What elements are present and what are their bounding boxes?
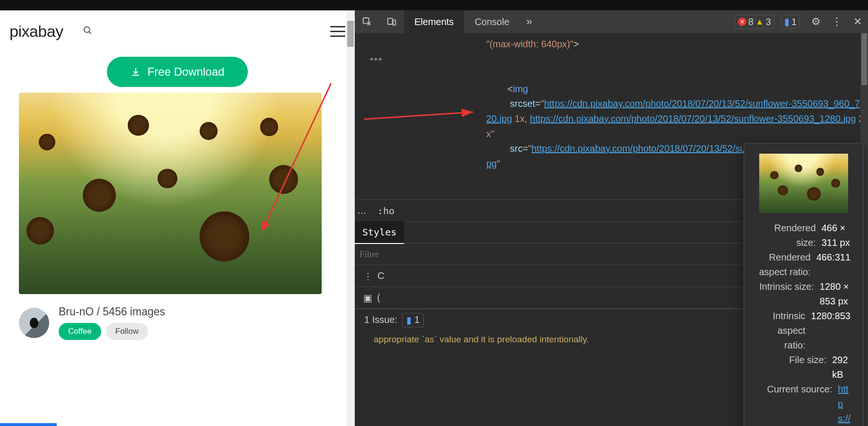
free-download-button[interactable]: Free Download	[107, 57, 248, 87]
issue-icon: ▮	[784, 16, 789, 27]
download-icon	[131, 67, 141, 77]
collapsed-node-icon[interactable]: •••	[368, 52, 864, 67]
device-toggle-icon[interactable]	[379, 10, 404, 33]
gear-icon[interactable]: ⚙	[806, 10, 826, 33]
styles-filter-input[interactable]	[359, 249, 397, 260]
animation-fragment: (	[377, 292, 380, 303]
error-icon: ✕	[738, 17, 746, 26]
tabs-overflow-icon[interactable]: »	[520, 10, 539, 33]
rendered-aspect-ratio: 466:311	[816, 250, 850, 279]
error-warning-badge[interactable]: ✕8 ▲3	[735, 15, 774, 29]
devtools-panel: Elements Console » ✕8 ▲3 ▮1 ⚙ ⋮ ✕ "(max-…	[355, 10, 868, 426]
breadcrumb-overflow-icon[interactable]: …	[355, 205, 370, 216]
close-icon[interactable]: ✕	[847, 10, 868, 33]
page-scrollbar[interactable]	[346, 10, 355, 426]
rendered-page: pixabay Free Download	[0, 10, 355, 426]
devtools-toolbar: Elements Console » ✕8 ▲3 ▮1 ⚙ ⋮ ✕	[355, 10, 868, 33]
site-header: pixabay	[0, 10, 355, 52]
svg-point-0	[84, 26, 89, 32]
author-avatar[interactable]	[19, 308, 49, 338]
current-source-url[interactable]: https://cdn.pixabay.com/photo/2018/07/20…	[838, 382, 850, 426]
css-rule-menu-icon[interactable]: ⋮	[359, 270, 377, 282]
intrinsic-size: 1280 × 853 px	[820, 279, 850, 309]
main-photo[interactable]	[19, 93, 322, 294]
author-name[interactable]: Bru-nO / 5456 images	[59, 305, 165, 318]
download-button-label: Free Download	[148, 65, 225, 78]
issue-icon: ▮	[406, 314, 412, 326]
tooltip-thumbnail	[759, 154, 848, 213]
author-row: Bru-nO / 5456 images Coffee Follow	[0, 294, 355, 345]
more-icon[interactable]: ⋮	[826, 10, 847, 33]
pixabay-logo[interactable]: pixabay	[9, 22, 63, 41]
tab-elements[interactable]: Elements	[404, 10, 464, 33]
search-icon[interactable]	[82, 25, 93, 38]
hov-fragment: :ho	[370, 200, 402, 222]
file-size: 292 kB	[832, 353, 850, 382]
coffee-button[interactable]: Coffee	[59, 323, 101, 340]
animation-play-icon[interactable]: ▣	[359, 292, 377, 304]
intrinsic-aspect-ratio: 1280:853	[811, 309, 850, 353]
follow-button[interactable]: Follow	[106, 323, 148, 340]
issues-badge[interactable]: ▮1	[781, 15, 800, 29]
image-hover-tooltip: Rendered size:466 × 311 px Rendered aspe…	[744, 143, 863, 426]
tab-styles[interactable]: Styles	[355, 221, 404, 244]
tab-console[interactable]: Console	[464, 10, 519, 33]
svg-rect-5	[393, 20, 396, 25]
svg-rect-4	[388, 18, 393, 25]
svg-line-1	[89, 31, 91, 33]
page-load-progress-bar	[0, 423, 57, 426]
rendered-size: 466 × 311 px	[822, 221, 850, 250]
browser-chrome-bar	[0, 0, 868, 10]
warning-icon: ▲	[755, 17, 764, 27]
hamburger-menu-icon[interactable]	[330, 26, 345, 37]
inspect-element-icon[interactable]	[355, 10, 379, 33]
css-rule-fragment: C	[377, 270, 384, 281]
